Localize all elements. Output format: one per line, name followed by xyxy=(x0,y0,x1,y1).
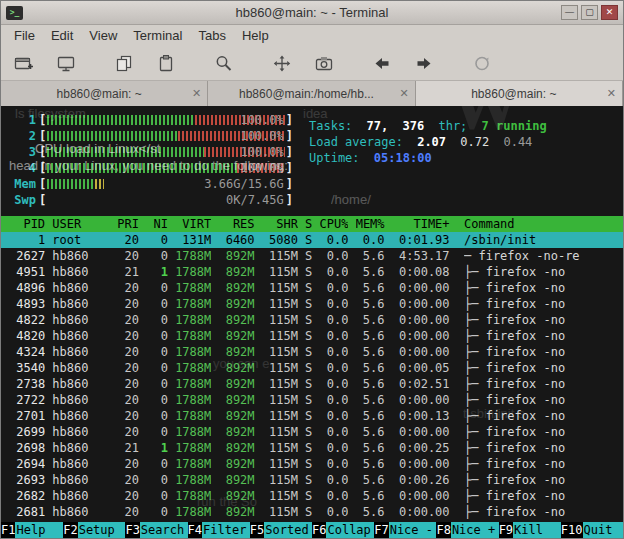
tab-1-close-icon[interactable]: ✕ xyxy=(192,87,201,100)
load-average-line: Load average: 2.07 0.72 0.44 xyxy=(309,134,547,150)
tab-2-label: hb860@main:/home/hb... xyxy=(231,87,392,101)
menu-view[interactable]: View xyxy=(81,27,125,44)
fkey-f4[interactable]: F4Filter xyxy=(188,522,250,538)
uptime-line: Uptime: 05:18:00 xyxy=(309,150,547,166)
fullscreen-icon xyxy=(272,54,292,73)
terminal-viewport[interactable]: ls filesystem idea CPU load in Linux</st… xyxy=(1,106,623,538)
process-row[interactable]: 4820hb8602001788M892M115MS0.05.60:00.00├… xyxy=(1,328,623,344)
window-controls: — ▢ ✕ xyxy=(561,5,618,20)
toolbar xyxy=(1,46,623,81)
swap-meter: Swp[0K/7.45G] xyxy=(9,192,293,208)
fkey-bar: F1HelpF2SetupF3SearchF4FilterF5SortedF6C… xyxy=(1,522,623,538)
fkey-f3[interactable]: F3Search xyxy=(125,522,187,538)
fkey-f5[interactable]: F5Sorted xyxy=(250,522,312,538)
back-button[interactable] xyxy=(367,49,397,77)
menu-terminal[interactable]: Terminal xyxy=(125,27,190,44)
htop-summary: Tasks: 77, 376 thr; 7 running Load avera… xyxy=(309,118,547,166)
process-row[interactable]: 3540hb8602001788M892M115MS0.05.60:00.05├… xyxy=(1,360,623,376)
new-tab-button[interactable] xyxy=(9,49,39,77)
reload-button[interactable] xyxy=(467,49,497,77)
forward-button[interactable] xyxy=(409,49,439,77)
tab-3-label: hb860@main: ~ xyxy=(463,87,574,101)
fkey-f1[interactable]: F1Help xyxy=(1,522,63,538)
menubar: File Edit View Terminal Tabs Help xyxy=(1,25,623,46)
maximize-button[interactable]: ▢ xyxy=(581,5,598,20)
uptime-label: Uptime: xyxy=(309,151,360,165)
menu-help[interactable]: Help xyxy=(234,27,277,44)
fkey-f7[interactable]: F7Nice - xyxy=(374,522,436,538)
process-row[interactable]: 2694hb8602001788M892M115MS0.05.60:00.00├… xyxy=(1,456,623,472)
terminal-window: >_ hb860@main: ~ - Terminal — ▢ ✕ File E… xyxy=(0,0,624,539)
process-row[interactable]: 2627hb8602001788M892M115MS0.05.64:53.17─… xyxy=(1,248,623,264)
process-row[interactable]: 2722hb8602001788M892M115MS0.05.60:00.00├… xyxy=(1,392,623,408)
tab-3-active[interactable]: hb860@main: ~ ✕ xyxy=(416,81,623,106)
process-row[interactable]: 2701hb8602001788M892M115MS0.05.60:00.13├… xyxy=(1,408,623,424)
back-arrow-icon xyxy=(372,54,392,73)
blank-line xyxy=(1,208,623,216)
copy-icon xyxy=(114,54,134,73)
process-table-header[interactable]: PIDUSERPRINIVIRTRESSHRSCPU%MEM%TIME+Comm… xyxy=(1,216,623,232)
process-row[interactable]: 2738hb8602001788M892M115MS0.05.60:02.51├… xyxy=(1,376,623,392)
load-15min: 0.44 xyxy=(503,135,532,149)
process-row[interactable]: 2682hb8602001788M892M115MS0.05.60:00.00├… xyxy=(1,488,623,504)
fkey-f8[interactable]: F8Nice + xyxy=(436,522,498,538)
fkey-f10[interactable]: F10Quit xyxy=(561,522,623,538)
process-row[interactable]: 1root200131M64605080S0.00.00:01.93/sbin/… xyxy=(1,232,623,248)
cpu-meter: 4[100.0%] xyxy=(9,160,293,176)
menu-tabs[interactable]: Tabs xyxy=(190,27,233,44)
threads-label: thr; xyxy=(438,119,467,133)
threads-count: 376 xyxy=(403,119,425,133)
paste-button[interactable] xyxy=(151,49,181,77)
tasks-label: Tasks: xyxy=(309,119,352,133)
memory-meter: Mem[3.66G/15.6G] xyxy=(9,176,293,192)
process-table-body: 1root200131M64605080S0.00.00:01.93/sbin/… xyxy=(1,232,623,520)
tab-1-label: hb860@main: ~ xyxy=(49,87,160,101)
tab-2-close-icon[interactable]: ✕ xyxy=(399,87,408,100)
process-row[interactable]: 4893hb8602001788M892M115MS0.05.60:00.00├… xyxy=(1,296,623,312)
menu-file[interactable]: File xyxy=(6,27,43,44)
process-row[interactable]: 2699hb8602001788M892M115MS0.05.60:00.00├… xyxy=(1,424,623,440)
process-row[interactable]: 2698hb8602111788M892M115MS0.05.60:00.25├… xyxy=(1,440,623,456)
process-row[interactable]: 4822hb8602001788M892M115MS0.05.60:00.00├… xyxy=(1,312,623,328)
htop-meters: 1[100.0%]2[100.0%]3[100.0%]4[100.0%]Mem[… xyxy=(1,112,623,208)
cpu-meter: 2[100.0%] xyxy=(9,128,293,144)
load-label: Load average: xyxy=(309,135,403,149)
reload-icon xyxy=(472,54,492,73)
close-button[interactable]: ✕ xyxy=(601,5,618,20)
tasks-count: 77, xyxy=(367,119,389,133)
process-row[interactable]: 2693hb8602001788M892M115MS0.05.60:00.26├… xyxy=(1,472,623,488)
search-button[interactable] xyxy=(209,49,239,77)
htop-screen: 1[100.0%]2[100.0%]3[100.0%]4[100.0%]Mem[… xyxy=(1,106,623,522)
fullscreen-button[interactable] xyxy=(267,49,297,77)
screenshot-button[interactable] xyxy=(309,49,339,77)
tab-3-close-icon[interactable]: ✕ xyxy=(607,87,616,100)
window-title: hb860@main: ~ - Terminal xyxy=(1,5,623,20)
cpu-meter: 3[100.0%] xyxy=(9,144,293,160)
fkey-f6[interactable]: F6Collap xyxy=(312,522,374,538)
copy-button[interactable] xyxy=(109,49,139,77)
process-row[interactable]: 2681hb8602001788M892M115MS0.05.60:00.00├… xyxy=(1,504,623,520)
search-icon xyxy=(214,54,234,73)
new-tab-icon xyxy=(14,54,34,73)
tab-2[interactable]: hb860@main:/home/hb... ✕ xyxy=(208,81,415,106)
process-row[interactable]: 4896hb8602001788M892M115MS0.05.60:00.00├… xyxy=(1,280,623,296)
tabbar: hb860@main: ~ ✕ hb860@main:/home/hb... ✕… xyxy=(1,81,623,106)
fkey-f2[interactable]: F2Setup xyxy=(63,522,125,538)
tasks-line: Tasks: 77, 376 thr; 7 running xyxy=(309,118,547,134)
running-count: 7 running xyxy=(482,119,547,133)
process-row[interactable]: 4951hb8602111788M892M115MS0.05.60:00.08├… xyxy=(1,264,623,280)
uptime-value: 05:18:00 xyxy=(374,151,432,165)
load-1min: 2.07 xyxy=(417,135,446,149)
tab-1[interactable]: hb860@main: ~ ✕ xyxy=(1,81,208,106)
minimize-button[interactable]: — xyxy=(561,5,578,20)
fkey-f9[interactable]: F9Kill xyxy=(499,522,561,538)
load-5min: 0.72 xyxy=(460,135,489,149)
new-window-button[interactable] xyxy=(51,49,81,77)
new-window-icon xyxy=(56,54,76,73)
titlebar[interactable]: >_ hb860@main: ~ - Terminal — ▢ ✕ xyxy=(1,1,623,25)
screenshot-icon xyxy=(314,54,334,73)
menu-edit[interactable]: Edit xyxy=(43,27,81,44)
process-row[interactable]: 4324hb8602001788M892M115MS0.05.60:00.00├… xyxy=(1,344,623,360)
cpu-meter: 1[100.0%] xyxy=(9,112,293,128)
meters-left: 1[100.0%]2[100.0%]3[100.0%]4[100.0%]Mem[… xyxy=(9,112,293,208)
